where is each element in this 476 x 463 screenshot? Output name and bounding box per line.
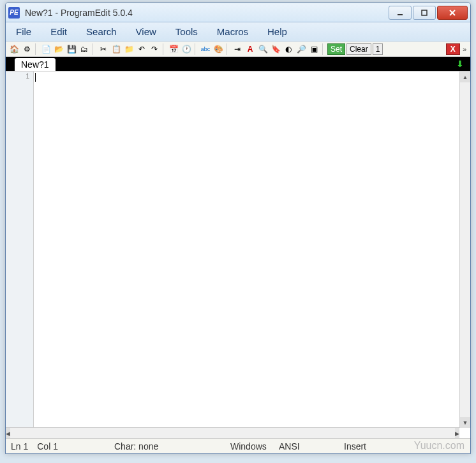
maximize-button[interactable] <box>413 6 436 20</box>
set-button[interactable]: Set <box>327 43 345 55</box>
app-icon: PE <box>8 7 20 19</box>
line-gutter: 1 <box>6 72 34 428</box>
scroll-up-icon[interactable]: ▲ <box>460 72 470 82</box>
gutter-line-1: 1 <box>6 72 33 80</box>
separator <box>195 43 197 55</box>
close-button[interactable] <box>437 6 468 20</box>
menubar: File Edit Search View Tools Macros Help <box>6 22 470 42</box>
date-icon[interactable]: 📅 <box>168 43 179 55</box>
status-col: Col 1 <box>37 441 58 452</box>
toolbar: 🏠 ⚙ 📄 📂 💾 🗂 ✂ 📋 📁 ↶ ↷ 📅 🕐 abc 🎨 ⇥ A 🔍 🔖 … <box>6 42 470 57</box>
status-line: Ln 1 <box>11 441 28 452</box>
editor-area: 1 ▲ ▼ <box>6 71 470 428</box>
search-icon[interactable]: 🔍 <box>257 43 269 55</box>
copy-icon[interactable]: 📋 <box>110 43 122 55</box>
titlebar: PE New?1 - ProgramEdit 5.0.4 <box>6 3 470 22</box>
menu-file[interactable]: File <box>12 24 35 40</box>
tabstrip: New?1 ⬇ <box>6 57 470 71</box>
scroll-track[interactable] <box>460 82 470 417</box>
tab-new1[interactable]: New?1 <box>15 58 56 71</box>
menu-search[interactable]: Search <box>82 24 121 40</box>
separator <box>93 43 95 55</box>
bookmark-icon[interactable]: 🔖 <box>270 43 281 55</box>
new-file-icon[interactable]: 📄 <box>40 43 52 55</box>
save-icon[interactable]: 💾 <box>66 43 77 55</box>
clear-button[interactable]: Clear <box>346 43 371 55</box>
vertical-scrollbar[interactable]: ▲ ▼ <box>459 72 470 428</box>
status-insert-mode: Insert <box>344 441 366 452</box>
find-in-files-icon[interactable]: 🔎 <box>295 43 307 55</box>
font-color-icon[interactable]: A <box>244 43 256 55</box>
scroll-track-h[interactable] <box>10 428 455 438</box>
text-cursor <box>35 73 36 82</box>
separator <box>163 43 165 55</box>
watermark-text: Yuucn.com <box>414 440 465 452</box>
scroll-left-icon[interactable]: ◀ <box>6 428 10 439</box>
separator <box>322 43 325 55</box>
scroll-down-icon[interactable]: ▼ <box>460 417 470 428</box>
home-icon[interactable]: 🏠 <box>8 43 20 55</box>
menu-view[interactable]: View <box>132 24 160 40</box>
horizontal-scrollbar[interactable]: ◀ ▶ <box>6 427 459 438</box>
undo-icon[interactable]: ↶ <box>136 43 147 55</box>
overflow-icon[interactable]: » <box>461 45 468 53</box>
spellcheck-icon[interactable]: abc <box>200 43 211 55</box>
minimize-button[interactable] <box>389 6 412 20</box>
menu-help[interactable]: Help <box>264 24 291 40</box>
status-char: Char: none <box>114 441 158 452</box>
svg-rect-1 <box>422 10 427 15</box>
terminal-icon[interactable]: ▣ <box>308 43 320 55</box>
download-arrow-icon[interactable]: ⬇ <box>456 59 464 69</box>
save-all-icon[interactable]: 🗂 <box>78 43 90 55</box>
text-editor[interactable] <box>34 72 459 428</box>
status-os: Windows <box>230 441 267 452</box>
toggle-icon[interactable]: ◐ <box>283 43 294 55</box>
cut-icon[interactable]: ✂ <box>98 43 109 55</box>
status-encoding: ANSI <box>279 441 300 452</box>
indent-icon[interactable]: ⇥ <box>232 43 243 55</box>
window-controls <box>389 6 468 20</box>
menu-macros[interactable]: Macros <box>213 24 252 40</box>
clock-icon[interactable]: 🕐 <box>181 43 192 55</box>
paste-icon[interactable]: 📁 <box>123 43 135 55</box>
open-folder-icon[interactable]: 📂 <box>53 43 64 55</box>
separator <box>35 43 38 55</box>
window-title: New?1 - ProgramEdit 5.0.4 <box>25 8 389 18</box>
gear-icon[interactable]: ⚙ <box>21 43 33 55</box>
app-window: PE New?1 - ProgramEdit 5.0.4 File Edit S… <box>5 3 471 454</box>
close-x-button[interactable]: X <box>446 43 460 55</box>
separator <box>227 43 229 55</box>
statusbar: Ln 1 Col 1 Char: none Windows ANSI Inser… <box>6 438 470 453</box>
redo-icon[interactable]: ↷ <box>149 43 160 55</box>
menu-edit[interactable]: Edit <box>47 24 71 40</box>
palette-icon[interactable]: 🎨 <box>212 43 224 55</box>
scroll-right-icon[interactable]: ▶ <box>455 428 459 439</box>
menu-tools[interactable]: Tools <box>172 24 202 40</box>
bookmark-number[interactable]: 1 <box>373 43 383 55</box>
